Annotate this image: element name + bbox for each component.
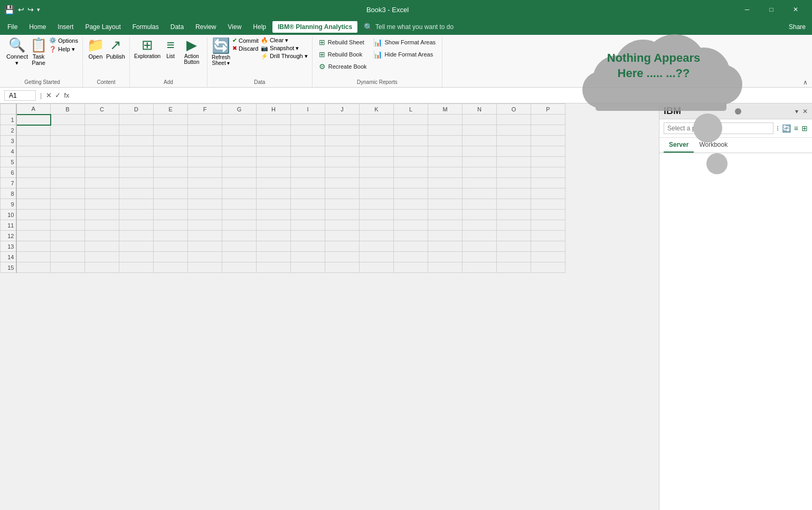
cell-J11[interactable] xyxy=(325,220,360,231)
cell-O9[interactable] xyxy=(497,199,531,210)
cell-E2[interactable] xyxy=(154,125,188,136)
ibm-tab-server[interactable]: Server xyxy=(664,138,694,153)
cell-H14[interactable] xyxy=(257,252,291,262)
cell-P8[interactable] xyxy=(531,188,565,199)
cell-O10[interactable] xyxy=(497,210,531,220)
cell-H13[interactable] xyxy=(257,241,291,252)
menu-page-layout[interactable]: Page Layout xyxy=(80,21,126,33)
cell-G2[interactable] xyxy=(222,125,257,136)
cell-P9[interactable] xyxy=(531,199,565,210)
col-header-f[interactable]: F xyxy=(188,104,222,115)
cell-M4[interactable] xyxy=(428,146,462,157)
cell-G12[interactable] xyxy=(222,231,257,241)
col-header-l[interactable]: L xyxy=(394,104,428,115)
cell-F3[interactable] xyxy=(188,136,222,146)
cell-N7[interactable] xyxy=(462,178,497,188)
cell-K15[interactable] xyxy=(360,262,394,273)
col-header-j[interactable]: J xyxy=(325,104,360,115)
menu-insert[interactable]: Insert xyxy=(52,21,79,33)
cell-I7[interactable] xyxy=(291,178,325,188)
cell-B2[interactable] xyxy=(51,125,85,136)
cell-B14[interactable] xyxy=(51,252,85,262)
cell-G10[interactable] xyxy=(222,210,257,220)
cell-F5[interactable] xyxy=(188,157,222,167)
cell-A12[interactable] xyxy=(16,231,51,241)
cell-G11[interactable] xyxy=(222,220,257,231)
cell-D3[interactable] xyxy=(119,136,154,146)
snapshot-button[interactable]: 📷 Snapshot ▾ xyxy=(261,45,308,52)
cell-L13[interactable] xyxy=(394,241,428,252)
cell-M12[interactable] xyxy=(428,231,462,241)
action-button-btn[interactable]: ▶ ActionButton xyxy=(181,37,203,65)
rebuild-book-button[interactable]: ⊞ Rebuild Book xyxy=(317,49,369,60)
cell-P11[interactable] xyxy=(531,220,565,231)
cell-H4[interactable] xyxy=(257,146,291,157)
ribbon-collapse-button[interactable]: ∧ xyxy=(799,78,812,87)
cell-H3[interactable] xyxy=(257,136,291,146)
cell-K4[interactable] xyxy=(360,146,394,157)
ibm-dropdown-icon[interactable]: ▾ xyxy=(795,108,798,115)
cell-C6[interactable] xyxy=(85,167,119,178)
cell-D2[interactable] xyxy=(119,125,154,136)
cell-O14[interactable] xyxy=(497,252,531,262)
cell-M8[interactable] xyxy=(428,188,462,199)
cell-D9[interactable] xyxy=(119,199,154,210)
cell-F4[interactable] xyxy=(188,146,222,157)
cell-N2[interactable] xyxy=(462,125,497,136)
cell-D7[interactable] xyxy=(119,178,154,188)
cell-J10[interactable] xyxy=(325,210,360,220)
cell-A4[interactable] xyxy=(16,146,51,157)
menu-view[interactable]: View xyxy=(223,21,247,33)
ibm-close-icon[interactable]: ✕ xyxy=(802,108,808,115)
cell-L9[interactable] xyxy=(394,199,428,210)
cell-N1[interactable] xyxy=(462,115,497,125)
cell-L15[interactable] xyxy=(394,262,428,273)
cell-I12[interactable] xyxy=(291,231,325,241)
menu-help[interactable]: Help xyxy=(248,21,271,33)
cell-I2[interactable] xyxy=(291,125,325,136)
cell-F6[interactable] xyxy=(188,167,222,178)
cell-J13[interactable] xyxy=(325,241,360,252)
cancel-formula-icon[interactable]: ✕ xyxy=(46,91,52,99)
cell-P5[interactable] xyxy=(531,157,565,167)
cell-J1[interactable] xyxy=(325,115,360,125)
cell-E10[interactable] xyxy=(154,210,188,220)
cell-J4[interactable] xyxy=(325,146,360,157)
cell-E5[interactable] xyxy=(154,157,188,167)
cell-J15[interactable] xyxy=(325,262,360,273)
cell-F15[interactable] xyxy=(188,262,222,273)
cell-J12[interactable] xyxy=(325,231,360,241)
cell-I4[interactable] xyxy=(291,146,325,157)
cell-L7[interactable] xyxy=(394,178,428,188)
cell-N8[interactable] xyxy=(462,188,497,199)
cell-M3[interactable] xyxy=(428,136,462,146)
cell-E6[interactable] xyxy=(154,167,188,178)
cell-E1[interactable] xyxy=(154,115,188,125)
insert-function-icon[interactable]: fx xyxy=(64,91,69,99)
cell-I9[interactable] xyxy=(291,199,325,210)
cell-L4[interactable] xyxy=(394,146,428,157)
cell-N10[interactable] xyxy=(462,210,497,220)
menu-formulas[interactable]: Formulas xyxy=(127,21,164,33)
menu-home[interactable]: Home xyxy=(24,21,51,33)
cell-J2[interactable] xyxy=(325,125,360,136)
cell-O11[interactable] xyxy=(497,220,531,231)
cell-O12[interactable] xyxy=(497,231,531,241)
cell-L10[interactable] xyxy=(394,210,428,220)
cell-M2[interactable] xyxy=(428,125,462,136)
open-button[interactable]: 📁 Open xyxy=(87,37,104,60)
col-header-c[interactable]: C xyxy=(85,104,119,115)
cell-B6[interactable] xyxy=(51,167,85,178)
cell-J3[interactable] xyxy=(325,136,360,146)
cell-A6[interactable] xyxy=(16,167,51,178)
cell-I13[interactable] xyxy=(291,241,325,252)
cell-K14[interactable] xyxy=(360,252,394,262)
col-header-d[interactable]: D xyxy=(119,104,154,115)
col-header-e[interactable]: E xyxy=(154,104,188,115)
cell-H15[interactable] xyxy=(257,262,291,273)
menu-data[interactable]: Data xyxy=(165,21,189,33)
discard-button[interactable]: ✖ Discard xyxy=(232,45,259,52)
cell-C7[interactable] xyxy=(85,178,119,188)
cell-L8[interactable] xyxy=(394,188,428,199)
cell-K13[interactable] xyxy=(360,241,394,252)
